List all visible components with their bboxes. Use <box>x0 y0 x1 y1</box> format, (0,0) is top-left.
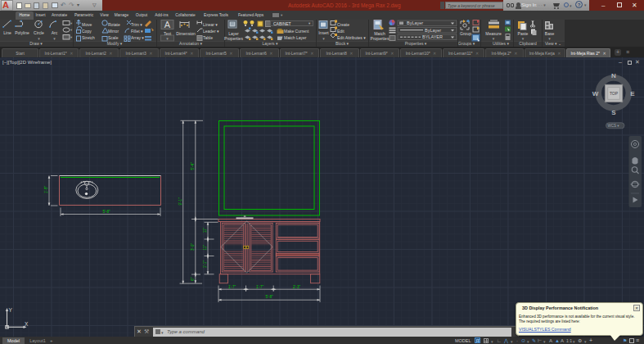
svg-text:E: E <box>630 90 635 97</box>
svg-text:1'-8": 1'-8" <box>44 186 48 194</box>
svg-text:N: N <box>611 72 616 79</box>
svg-text:6": 6" <box>191 277 195 281</box>
svg-text:1'-1": 1'-1" <box>203 260 207 269</box>
svg-text:X: X <box>25 321 29 327</box>
svg-text:11": 11" <box>203 227 207 233</box>
svg-text:3'-9": 3'-9" <box>191 243 195 251</box>
svg-text:1'-7": 1'-7" <box>256 285 264 289</box>
svg-text:2'-3": 2'-3" <box>293 285 301 289</box>
svg-text:9'-1": 9'-1" <box>178 197 182 206</box>
svg-text:WCS ▾: WCS ▾ <box>607 124 619 128</box>
svg-text:11": 11" <box>203 245 207 251</box>
svg-text:1'-7": 1'-7" <box>228 285 236 289</box>
svg-text:S: S <box>611 109 616 116</box>
svg-text:5'-8": 5'-8" <box>265 295 273 299</box>
svg-text:5'-4": 5'-4" <box>191 162 195 170</box>
svg-text:TOP: TOP <box>610 91 619 96</box>
svg-text:5'-8": 5'-8" <box>102 210 110 214</box>
svg-text:W: W <box>592 90 599 97</box>
svg-text:Y: Y <box>9 307 13 313</box>
